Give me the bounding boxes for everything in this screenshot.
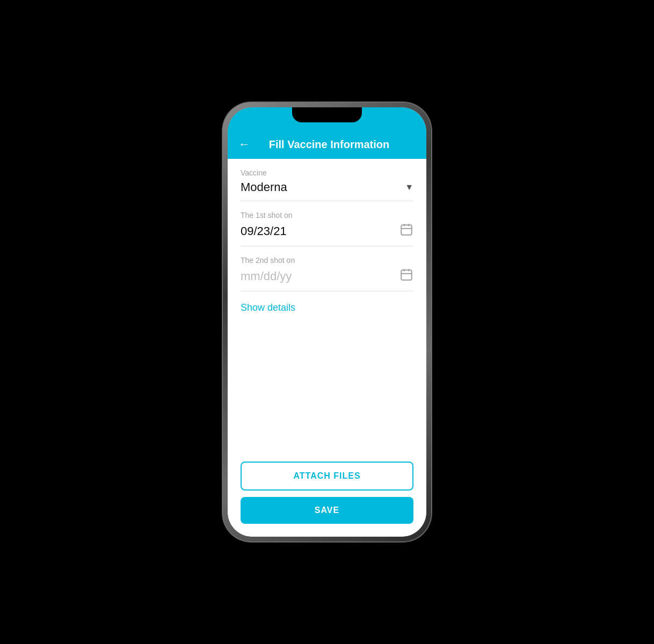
spacer [241,324,413,453]
shot1-label: The 1st shot on [241,211,413,219]
vaccine-label: Vaccine [241,169,413,177]
calendar-icon-1[interactable] [399,223,413,239]
show-details-link[interactable]: Show details [241,291,413,324]
shot1-row: 09/23/21 [241,223,413,239]
shot1-value[interactable]: 09/23/21 [241,224,287,238]
calendar-icon-2[interactable] [399,268,413,284]
save-button[interactable]: SAVE [241,497,413,524]
shot1-field-group: The 1st shot on 09/23/21 [241,201,413,246]
bottom-buttons: ATTACH FILES SAVE [228,453,426,537]
shot2-label: The 2nd shot on [241,256,413,265]
page-title: Fill Vaccine Information [259,138,399,151]
notch [292,107,362,122]
phone-inner: ← Fill Vaccine Information Vaccine Moder… [228,107,426,537]
chevron-down-icon: ▼ [405,182,413,192]
shot2-field-group: The 2nd shot on mm/dd/yy [241,246,413,291]
form-content: Vaccine Moderna ▼ The 1st shot on 09/23/… [228,159,426,453]
vaccine-field-group: Vaccine Moderna ▼ [241,159,413,201]
attach-files-button[interactable]: ATTACH FILES [241,462,413,491]
vaccine-dropdown[interactable]: Moderna ▼ [241,180,413,194]
header: ← Fill Vaccine Information [228,131,426,159]
back-button[interactable]: ← [238,137,250,151]
svg-rect-0 [401,225,412,235]
notch-bar [228,107,426,131]
vaccine-value: Moderna [241,180,287,194]
shot2-placeholder[interactable]: mm/dd/yy [241,269,292,283]
svg-rect-4 [401,270,412,280]
screen: ← Fill Vaccine Information Vaccine Moder… [228,107,426,537]
shot2-row: mm/dd/yy [241,268,413,284]
phone-frame: ← Fill Vaccine Information Vaccine Moder… [222,102,432,542]
